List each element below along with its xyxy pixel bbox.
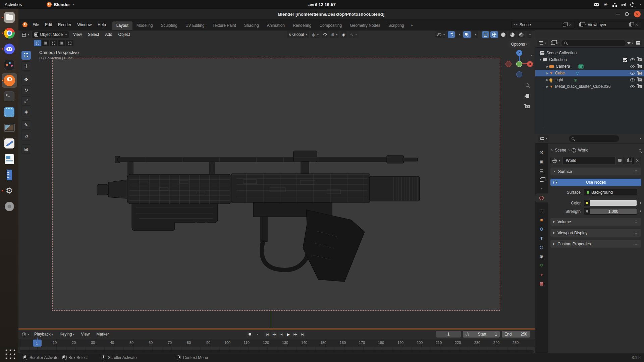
workspace-tab-shading[interactable]: Shading xyxy=(240,21,263,30)
snap-toggle[interactable] xyxy=(322,31,328,38)
overlays-toggle[interactable] xyxy=(463,31,471,38)
tab-collection[interactable]: ▢ xyxy=(535,206,548,216)
disable-in-renders-toggle[interactable] xyxy=(638,58,642,61)
dock-item-office-ruler[interactable] xyxy=(2,168,17,182)
menu-object[interactable]: Object xyxy=(115,32,133,37)
new-scene-button[interactable] xyxy=(561,22,567,28)
view-layer-selector[interactable]: ▾ ViewLayer ✕ xyxy=(578,21,641,28)
animate-decorator[interactable] xyxy=(640,202,641,204)
menu-render[interactable]: Render xyxy=(55,22,74,27)
workspace-tab-sculpting[interactable]: Sculpting xyxy=(157,21,181,30)
menu-help[interactable]: Help xyxy=(95,22,109,27)
show-gizmo-visibility-dropdown[interactable]: ▾ xyxy=(435,31,446,38)
unlink-scene-button[interactable]: ✕ xyxy=(567,22,573,28)
transform-orientation-dropdown[interactable]: ↯ Global ▾ xyxy=(287,31,309,38)
use-nodes-button[interactable]: Use Nodes xyxy=(550,179,641,186)
select-mode-invert[interactable] xyxy=(58,40,65,46)
dock-item-software-center[interactable] xyxy=(2,199,17,214)
dock-item-chrome[interactable] xyxy=(2,26,17,41)
3d-viewport[interactable]: Camera Perspective (1) Collection | Cube… xyxy=(18,39,535,328)
chevron-down-icon[interactable]: ▾ xyxy=(640,137,641,140)
tool-transform[interactable]: ◈ xyxy=(21,107,31,116)
disable-in-renders-toggle[interactable] xyxy=(638,78,642,81)
sidebar-toggle[interactable]: ‹ xyxy=(531,53,532,57)
timeline-editor-type-button[interactable]: ▾ xyxy=(20,331,31,338)
overlays-dropdown[interactable]: ▾ xyxy=(472,31,478,38)
workspace-tab-geometry-nodes[interactable]: Geometry Nodes xyxy=(346,21,384,30)
browse-world-button[interactable]: ▾ xyxy=(550,157,562,164)
outliner-editor[interactable]: ▾ ▾ ▾ Scene Collection ▼ Collection xyxy=(535,39,644,134)
tool-move[interactable]: ✥ xyxy=(21,75,31,84)
timeline-ruler[interactable]: 10 20 30 40 50 60 70 80 90 100 110 120 1… xyxy=(18,339,535,347)
gizmos-toggle[interactable] xyxy=(448,31,455,38)
unlink-world-button[interactable]: ✕ xyxy=(633,157,641,164)
custom-properties-panel-header[interactable]: ▶ Custom Properties xyxy=(550,240,641,248)
options-button[interactable]: Options ▾ xyxy=(508,41,530,48)
tab-view-layer[interactable] xyxy=(535,175,548,184)
outliner-row-metal-black-blaster[interactable]: ▶ ▼ Metal_black_blaster_Cube.036 xyxy=(535,83,644,90)
outliner-row-scene-collection[interactable]: Scene Collection xyxy=(535,50,644,56)
collection-checkbox[interactable] xyxy=(623,58,627,62)
hide-in-viewport-toggle[interactable] xyxy=(630,72,635,75)
editor-type-selector[interactable]: ▾ xyxy=(20,31,31,38)
disclosure-triangle[interactable]: ▼ xyxy=(539,58,543,61)
viewport-display-panel-header[interactable]: ▶ Viewport Display xyxy=(550,229,641,237)
strength-slider[interactable]: 1.000 xyxy=(590,208,637,215)
tab-texture[interactable]: ▩ xyxy=(535,279,548,288)
maximize-button[interactable] xyxy=(625,12,629,16)
blaster-model[interactable] xyxy=(96,147,424,285)
snap-settings-dropdown[interactable]: ⊞ ▾ xyxy=(330,31,339,38)
blender-logo-icon[interactable] xyxy=(22,22,28,27)
properties-editor[interactable]: ▾ ▾ ⚒ ▣ ▤ ◔ ▢ ■ ⚙ ∗ ◎ ◉ ▽ xyxy=(535,134,644,353)
workspace-tab-scripting[interactable]: Scripting xyxy=(384,21,408,30)
workspace-tab-texture-paint[interactable]: Texture Paint xyxy=(209,21,240,30)
workspace-tab-rendering[interactable]: Rendering xyxy=(289,21,315,30)
new-view-layer-button[interactable] xyxy=(628,22,634,28)
scene-selector[interactable]: ◔ ▾ Scene ✕ xyxy=(511,21,575,28)
fake-user-button[interactable] xyxy=(616,157,624,164)
dock-item-blender[interactable] xyxy=(2,73,17,88)
dock-item-files[interactable] xyxy=(2,10,17,25)
menu-marker[interactable]: Marker xyxy=(93,332,112,337)
menu-file[interactable]: File xyxy=(30,22,42,27)
clock[interactable]: avril 12 16:57 xyxy=(308,2,336,7)
dock-item-terminal[interactable]: >_ xyxy=(2,89,17,104)
tool-cursor[interactable]: ✛ xyxy=(21,61,31,71)
menu-window[interactable]: Window xyxy=(74,22,95,27)
gizmos-dropdown[interactable]: ▾ xyxy=(456,31,462,38)
world-name-field[interactable]: World xyxy=(563,157,615,164)
dock-item-text-editor[interactable] xyxy=(2,136,17,151)
disable-in-renders-toggle[interactable] xyxy=(638,65,642,68)
menu-edit[interactable]: Edit xyxy=(42,22,55,27)
shading-dropdown[interactable]: ▾ xyxy=(527,31,532,38)
select-mode-extend[interactable] xyxy=(42,40,49,46)
tool-measure[interactable]: ⊿ xyxy=(21,131,31,140)
new-collection-button[interactable] xyxy=(634,40,642,46)
activities-button[interactable]: Activities xyxy=(0,2,26,7)
nightlight-icon[interactable]: ☀ xyxy=(604,2,608,7)
tab-world[interactable] xyxy=(535,193,548,202)
tool-select-box[interactable] xyxy=(21,51,31,60)
jump-to-end-button[interactable]: ▶| xyxy=(299,331,306,338)
breadcrumb-scene[interactable]: Scene xyxy=(555,148,566,153)
play-reverse-button[interactable]: ◀ xyxy=(278,331,284,338)
drag-handle[interactable] xyxy=(633,170,639,173)
toggle-camera-view-button[interactable] xyxy=(524,103,531,110)
dock-item-video-editor[interactable] xyxy=(2,105,17,119)
tab-object-data[interactable]: ▽ xyxy=(535,261,548,270)
hide-in-viewport-toggle[interactable] xyxy=(630,78,635,81)
network-icon[interactable] xyxy=(612,3,617,7)
play-button[interactable]: ▶ xyxy=(285,331,291,338)
tab-object[interactable]: ■ xyxy=(535,216,548,225)
tool-add-cube[interactable]: ⊞ xyxy=(21,144,31,154)
tab-output[interactable]: ▤ xyxy=(535,166,548,175)
tool-scale[interactable]: ⤢ xyxy=(21,96,31,106)
drag-handle[interactable] xyxy=(633,231,639,234)
disclosure-triangle[interactable]: ▶ xyxy=(545,78,549,81)
tab-physics[interactable]: ◎ xyxy=(535,243,548,252)
tool-annotate[interactable]: ✎ xyxy=(21,120,31,130)
properties-editor-type-button[interactable]: ▾ xyxy=(538,135,549,142)
outliner-search-input[interactable] xyxy=(561,40,626,46)
outliner-row-cube[interactable]: ▶ ▼ Cube ▽ xyxy=(535,70,644,76)
tab-material[interactable]: ◕ xyxy=(535,270,548,279)
